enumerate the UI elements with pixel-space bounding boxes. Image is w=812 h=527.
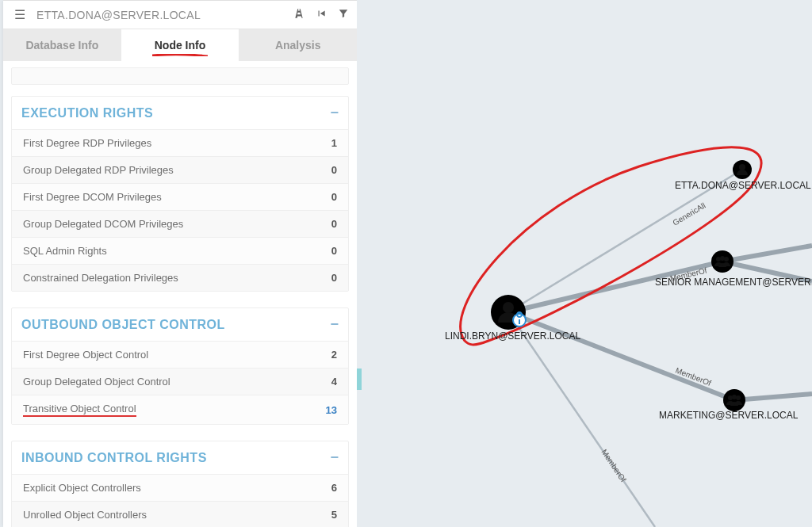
table-row[interactable]: First Degree Object Control2 bbox=[12, 341, 348, 368]
svg-point-3 bbox=[716, 257, 721, 262]
panel-scroll[interactable]: EXECUTION RIGHTS − First Degree RDP Priv… bbox=[3, 61, 357, 527]
section-inbound-control-rights: INBOUND CONTROL RIGHTS − Explicit Object… bbox=[11, 441, 349, 527]
svg-point-4 bbox=[720, 256, 725, 261]
header-icons bbox=[293, 8, 349, 21]
svg-point-7 bbox=[728, 395, 733, 400]
node-label: MARKETING@SERVER.LOCAL bbox=[659, 410, 799, 421]
graph-edge[interactable] bbox=[508, 170, 742, 312]
tab-database-info[interactable]: Database Info bbox=[3, 29, 121, 61]
table-row[interactable]: Group Delegated RDP Privileges0 bbox=[12, 156, 348, 183]
tab-analysis[interactable]: Analysis bbox=[239, 29, 357, 61]
table-row[interactable]: Explicit Object Controllers6 bbox=[12, 474, 348, 501]
section-header[interactable]: INBOUND CONTROL RIGHTS − bbox=[12, 441, 348, 474]
tabs: Database Info Node Info Analysis bbox=[3, 29, 357, 61]
tab-node-info[interactable]: Node Info bbox=[121, 29, 239, 61]
svg-point-5 bbox=[724, 257, 729, 262]
node-title: ETTA.DONA@SERVER.LOCAL bbox=[36, 9, 293, 21]
table-row[interactable]: SQL Admin Rights0 bbox=[12, 237, 348, 264]
graph-edge[interactable] bbox=[508, 312, 734, 400]
graph-edge[interactable] bbox=[722, 246, 812, 262]
table-row[interactable]: Transitive Object Control 13 bbox=[12, 395, 348, 424]
table-row[interactable]: First Degree RDP Privileges1 bbox=[12, 129, 348, 156]
svg-point-9 bbox=[736, 395, 741, 400]
table-row[interactable]: Unrolled Object Controllers5 bbox=[12, 501, 348, 527]
panel-header: ☰ ETTA.DONA@SERVER.LOCAL bbox=[3, 1, 357, 29]
section-title: INBOUND CONTROL RIGHTS bbox=[21, 451, 207, 465]
edge-label: MemberOf bbox=[599, 448, 628, 483]
graph-edge[interactable] bbox=[508, 312, 655, 527]
table-row[interactable]: Group Delegated Object Control4 bbox=[12, 368, 348, 395]
graph-node-group[interactable] bbox=[711, 250, 733, 273]
road-icon[interactable] bbox=[293, 8, 304, 21]
collapse-icon[interactable]: − bbox=[330, 105, 339, 121]
svg-point-6 bbox=[723, 389, 745, 411]
svg-point-11 bbox=[503, 302, 514, 313]
menu-icon[interactable]: ☰ bbox=[10, 6, 30, 24]
side-panel: ☰ ETTA.DONA@SERVER.LOCAL Database Info N… bbox=[3, 0, 357, 527]
node-label: ETTA.DONA@SERVER.LOCAL bbox=[675, 180, 811, 191]
node-label: LINDI.BRYN@SERVER.LOCAL bbox=[445, 330, 580, 342]
graph-canvas[interactable]: GenericAll MemberOf MemberOf MemberOf ET… bbox=[362, 0, 812, 527]
node-label: SENIOR MANAGEMENT@SERVER.LOCAL bbox=[655, 277, 812, 288]
graph-node-user[interactable] bbox=[733, 160, 752, 179]
section-execution-rights: EXECUTION RIGHTS − First Degree RDP Priv… bbox=[11, 96, 349, 292]
table-row[interactable]: First Degree DCOM Privileges0 bbox=[12, 183, 348, 210]
collapse-icon[interactable]: − bbox=[330, 316, 339, 333]
graph-edge[interactable] bbox=[734, 394, 812, 400]
tab-node-info-label: Node Info bbox=[155, 39, 206, 52]
svg-point-2 bbox=[711, 250, 733, 273]
section-header[interactable]: EXECUTION RIGHTS − bbox=[12, 97, 348, 129]
graph-node-group[interactable] bbox=[723, 389, 745, 411]
section-title: OUTBOUND OBJECT CONTROL bbox=[21, 318, 225, 332]
section-outbound-object-control: OUTBOUND OBJECT CONTROL − First Degree O… bbox=[11, 307, 349, 425]
step-back-icon[interactable] bbox=[316, 8, 327, 21]
collapse-icon[interactable]: − bbox=[330, 449, 339, 466]
table-row[interactable]: Constrained Delegation Privileges0 bbox=[12, 264, 348, 291]
section-header[interactable]: OUTBOUND OBJECT CONTROL − bbox=[12, 308, 348, 341]
table-row[interactable]: Group Delegated DCOM Privileges0 bbox=[12, 210, 348, 237]
collapsed-section[interactable] bbox=[11, 67, 349, 85]
svg-point-8 bbox=[732, 395, 737, 399]
graph-node-user[interactable] bbox=[491, 295, 526, 330]
edge-label: GenericAll bbox=[671, 201, 707, 227]
filter-icon[interactable] bbox=[338, 8, 349, 21]
svg-point-1 bbox=[739, 164, 745, 170]
section-title: EXECUTION RIGHTS bbox=[21, 106, 153, 120]
